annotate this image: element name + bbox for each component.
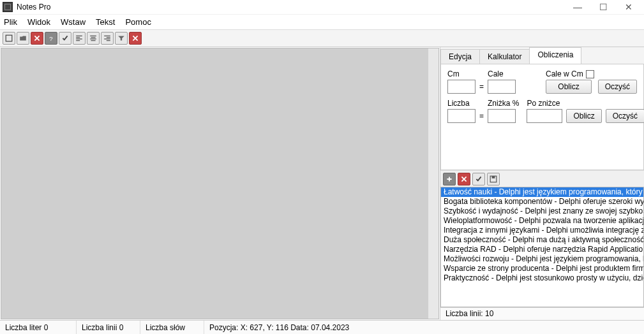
close-button[interactable]: ✕	[616, 0, 641, 14]
label-discount: Zniżka %	[488, 99, 519, 108]
input-number[interactable]	[447, 109, 476, 123]
editor-scrollbar[interactable]	[428, 48, 438, 319]
menu-text[interactable]: Tekst	[96, 17, 115, 27]
list-item[interactable]: Możliwości rozwoju - Delphi jest językie…	[441, 254, 643, 264]
status-lines: Liczba linii 0	[77, 321, 140, 334]
label-cm: Cm	[447, 69, 476, 78]
help-icon[interactable]: ?	[45, 32, 57, 45]
list-item[interactable]: Integracja z innymi językami - Delphi um…	[441, 226, 643, 235]
check-icon[interactable]	[59, 32, 71, 45]
titlebar: Notes Pro — ☐ ✕	[0, 0, 644, 14]
status-letters: Liczba liter 0	[0, 321, 77, 334]
minimize-button[interactable]: —	[565, 0, 590, 14]
open-icon[interactable]	[17, 32, 29, 45]
save-icon[interactable]	[487, 173, 500, 185]
label-inch-in-cm: Cale w Cm	[546, 69, 594, 78]
label-after-discount: Po zniżce	[527, 99, 562, 108]
list-item[interactable]: Narzędzia RAD - Delphi oferuje narzędzia…	[441, 245, 643, 254]
align-left-icon[interactable]	[73, 32, 86, 45]
menu-help[interactable]: Pomoc	[125, 17, 151, 27]
status-words: Liczba słów	[140, 321, 204, 334]
clear-icon[interactable]	[129, 32, 142, 45]
line-count-label: Liczba linii: 10	[440, 307, 644, 320]
delete-icon[interactable]	[31, 32, 43, 45]
menubar: Plik Widok Wstaw Tekst Pomoc	[0, 14, 644, 29]
equals-sign: =	[479, 82, 484, 94]
list-item[interactable]: Wieloplatformowość - Delphi pozwala na t…	[441, 216, 643, 226]
menu-view[interactable]: Widok	[27, 17, 50, 27]
menu-file[interactable]: Plik	[4, 17, 17, 27]
maximize-button[interactable]: ☐	[590, 0, 616, 14]
calc-panel: Cm = Cale Cale w CmOblicz Oczyść Liczba …	[440, 64, 644, 170]
svg-rect-3	[492, 176, 495, 178]
list-item[interactable]: Praktyczność - Delphi jest stosunkowo pr…	[441, 273, 643, 283]
filter-icon[interactable]	[115, 32, 128, 45]
input-after-discount[interactable]	[527, 109, 562, 123]
statusbar: Liczba liter 0 Liczba linii 0 Liczba słó…	[0, 320, 644, 334]
list-item[interactable]: Wsparcie ze strony producenta - Delphi j…	[441, 264, 643, 273]
svg-text:?: ?	[49, 35, 52, 42]
list-item[interactable]: Bogata biblioteka komponentów - Delphi o…	[441, 197, 643, 207]
checkbox-inch-cm[interactable]	[586, 70, 594, 78]
tab-calculations[interactable]: Obliczenia	[529, 47, 581, 64]
list-box[interactable]: Łatwość nauki - Delphi jest językiem pro…	[440, 187, 644, 307]
input-discount[interactable]	[488, 109, 516, 123]
remove-icon[interactable]	[458, 173, 470, 185]
label-number: Liczba	[447, 99, 476, 108]
main-toolbar: ?	[0, 29, 644, 47]
align-right-icon[interactable]	[101, 32, 114, 45]
compute-button-1[interactable]: Oblicz	[546, 80, 592, 94]
clear-button-1[interactable]: Oczyść	[598, 80, 637, 94]
svg-rect-0	[6, 35, 12, 41]
editor-area[interactable]	[1, 48, 439, 319]
status-position-date: Pozycja: X: 627, Y: 116 Data: 07.04.2023	[204, 321, 644, 334]
align-center-icon[interactable]	[87, 32, 100, 45]
label-inch: Cale	[488, 69, 516, 78]
equals-sign-2: =	[479, 112, 484, 123]
input-inch[interactable]	[488, 80, 516, 94]
menu-insert[interactable]: Wstaw	[61, 17, 86, 27]
list-toolbar	[440, 170, 644, 187]
app-title: Notes Pro	[17, 3, 565, 11]
app-icon	[3, 2, 13, 12]
list-item[interactable]: Łatwość nauki - Delphi jest językiem pro…	[441, 187, 643, 197]
apply-icon[interactable]	[472, 173, 485, 185]
compute-button-2[interactable]: Oblicz	[566, 109, 601, 123]
add-icon[interactable]	[443, 173, 456, 185]
tab-calculator[interactable]: Kalkulator	[479, 49, 530, 64]
clear-button-2[interactable]: Oczyść	[606, 109, 644, 123]
list-item[interactable]: Szybkość i wydajność - Delphi jest znany…	[441, 207, 643, 216]
list-item[interactable]: Duża społeczność - Delphi ma dużą i akty…	[441, 235, 643, 245]
new-icon[interactable]	[3, 32, 15, 45]
input-cm[interactable]	[447, 80, 476, 94]
right-panel: Edycja Kalkulator Obliczenia Cm = Cale C…	[440, 47, 644, 320]
tab-strip: Edycja Kalkulator Obliczenia	[440, 47, 644, 64]
tab-edit[interactable]: Edycja	[440, 49, 480, 64]
